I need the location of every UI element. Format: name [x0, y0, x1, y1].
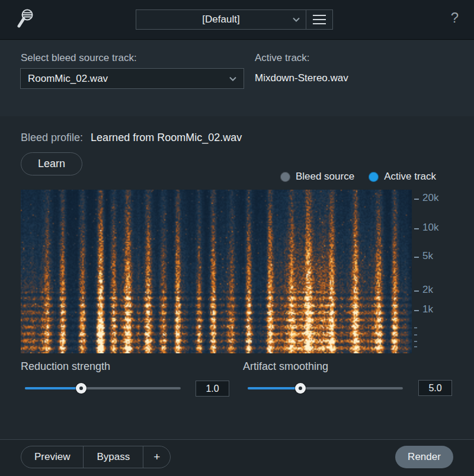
reduction-slider-fill — [25, 387, 81, 389]
bleed-profile-line: Bleed profile: Learned from RoomMic_02.w… — [21, 132, 242, 144]
freq-tick — [414, 310, 419, 311]
freq-tick-label: 20k — [422, 192, 438, 204]
freq-tick-label: 1k — [422, 304, 433, 315]
microphone-icon — [15, 8, 34, 33]
main-panel: Bleed profile: Learned from RoomMic_02.w… — [0, 116, 474, 439]
reduction-strength-label: Reduction strength — [21, 360, 110, 373]
source-panel: Select bleed source track: RoomMic_02.wa… — [0, 40, 474, 116]
preset-cluster: [Default] — [136, 9, 333, 30]
freq-tick — [414, 199, 419, 200]
smoothing-slider-fill — [248, 387, 300, 389]
preset-value: [Default] — [202, 14, 239, 25]
freq-tick — [414, 290, 419, 292]
bleed-profile-status: Learned from RoomMic_02.wav — [91, 132, 242, 143]
bleed-source-dropdown[interactable]: RoomMic_02.wav — [20, 68, 244, 89]
debleed-plugin-window: [Default] ? Select bleed source track: R… — [0, 0, 474, 476]
learn-button[interactable]: Learn — [21, 152, 82, 175]
spectrogram-canvas — [21, 190, 412, 353]
freq-minor-tick — [414, 334, 417, 336]
frequency-axis: 20k10k5k2k1k — [412, 190, 453, 353]
freq-tick-label: 2k — [422, 284, 433, 296]
freq-tick-label: 5k — [422, 250, 433, 262]
hamburger-icon — [313, 15, 326, 16]
artifact-smoothing-value[interactable]: 5.0 — [418, 380, 452, 396]
spectrogram: 20k10k5k2k1k — [21, 190, 453, 353]
add-button[interactable]: + — [143, 446, 171, 468]
bleed-source-value: RoomMic_02.wav — [28, 73, 108, 85]
preview-button[interactable]: Preview — [21, 446, 84, 468]
render-button[interactable]: Render — [395, 446, 453, 468]
artifact-smoothing-slider[interactable] — [248, 383, 403, 394]
reduction-slider-handle[interactable] — [76, 383, 87, 394]
preset-dropdown[interactable]: [Default] — [136, 9, 306, 30]
select-bleed-source-label: Select bleed source track: — [21, 52, 137, 64]
top-bar: [Default] ? — [0, 0, 474, 40]
legend-active-track[interactable]: Active track — [369, 171, 436, 183]
active-track-label: Active track: — [255, 52, 310, 64]
freq-tick — [414, 257, 419, 258]
freq-tick — [414, 228, 419, 229]
artifact-smoothing-label: Artifact smoothing — [243, 360, 328, 373]
chevron-down-icon — [229, 76, 236, 81]
active-track-dot-icon — [369, 172, 379, 182]
legend-bleed-source[interactable]: Bleed source — [280, 171, 354, 183]
help-button[interactable]: ? — [451, 9, 459, 26]
freq-minor-tick — [414, 346, 417, 347]
bleed-profile-label: Bleed profile: — [21, 132, 83, 143]
reduction-strength-value[interactable]: 1.0 — [196, 381, 229, 397]
active-track-value: Mixdown-Stereo.wav — [255, 72, 348, 84]
smoothing-slider-handle[interactable] — [295, 383, 306, 394]
reduction-strength-slider[interactable] — [25, 383, 181, 394]
footer-bar: Preview Bypass + Render — [0, 439, 474, 476]
bleed-source-dot-icon — [280, 172, 290, 182]
preset-menu-button[interactable] — [306, 9, 333, 30]
freq-minor-tick — [414, 341, 417, 342]
freq-minor-tick — [414, 327, 417, 328]
transport-button-group: Preview Bypass + — [21, 446, 171, 468]
freq-tick-label: 10k — [422, 222, 438, 234]
bypass-button[interactable]: Bypass — [83, 446, 143, 468]
spectrogram-legend: Bleed source Active track — [280, 171, 436, 183]
chevron-down-icon — [293, 17, 300, 22]
